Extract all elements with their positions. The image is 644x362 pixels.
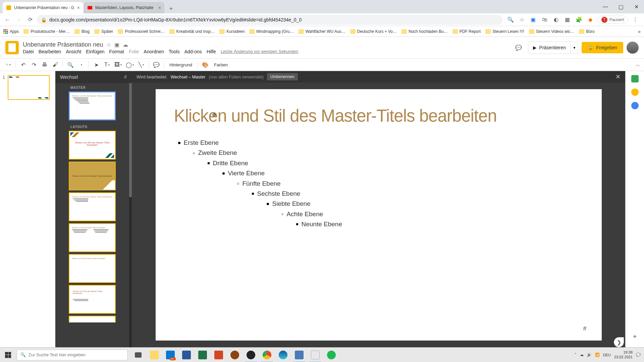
panel-scrollbar[interactable] bbox=[129, 83, 132, 347]
qr-icon[interactable]: ▣ bbox=[529, 16, 537, 24]
extension-puzzle-icon[interactable]: 🧩 bbox=[575, 16, 583, 24]
slide-filmstrip[interactable]: 1 bbox=[0, 71, 55, 347]
keep-icon[interactable] bbox=[631, 88, 639, 96]
notepad-icon[interactable] bbox=[307, 348, 323, 362]
cloud-saved-icon[interactable]: ☁ bbox=[123, 42, 128, 48]
forward-button[interactable]: → bbox=[14, 15, 23, 24]
bookmark-item[interactable]: Mindmapping (Gru… bbox=[249, 29, 293, 34]
url-field[interactable]: 🔒 docs.google.com/presentation/d/1o2Pm-L… bbox=[37, 15, 502, 25]
layout-thumbnail[interactable]: Klicken und Stil des Master-Titels bearb… bbox=[69, 131, 116, 160]
menu-ansicht[interactable]: Ansicht bbox=[66, 49, 81, 54]
minimize-button[interactable]: — bbox=[598, 0, 613, 13]
last-edit-text[interactable]: Letzte Änderung vor wenigen Sekunden bbox=[221, 49, 298, 54]
zoom-fit-button[interactable]: 🔍 bbox=[66, 60, 75, 69]
star-icon[interactable]: ☆ bbox=[106, 42, 111, 48]
app-brown-icon[interactable] bbox=[227, 348, 243, 362]
bookmark-item[interactable]: Steuern Videos wic… bbox=[529, 29, 575, 34]
bookmark-item[interactable]: Büro bbox=[579, 29, 594, 34]
layout-thumbnail[interactable]: Klicken und Stil des Master-Titels bearb… bbox=[69, 254, 116, 283]
master-slide-canvas[interactable]: Klicken und Stil des Master-Titels bearb… bbox=[156, 89, 602, 341]
layout-thumbnail[interactable]: Klicken und Stil des Master-Titels bearb… bbox=[69, 162, 116, 190]
document-title[interactable]: Unbenannte Präsentation neu bbox=[23, 41, 103, 48]
new-slide-button[interactable]: + bbox=[3, 60, 13, 69]
slides-logo-icon[interactable] bbox=[5, 41, 19, 54]
bookmark-item[interactable]: Später bbox=[94, 29, 113, 34]
zoom-icon[interactable]: 🔍 bbox=[506, 16, 515, 24]
comments-icon[interactable]: 💬 bbox=[513, 42, 525, 54]
wifi-icon[interactable]: 📶 bbox=[595, 353, 600, 357]
close-window-button[interactable]: ✕ bbox=[629, 0, 644, 13]
profile-paused-pill[interactable]: T Pausiert bbox=[598, 16, 628, 24]
onedrive-icon[interactable]: ☁ bbox=[580, 353, 584, 357]
master-thumbnail[interactable]: Klicken und Stil des Master-Titels bearb… bbox=[69, 92, 116, 120]
colors-button[interactable]: Farben bbox=[211, 62, 230, 67]
volume-icon[interactable]: 🔊 bbox=[587, 353, 592, 357]
textbox-tool[interactable]: T bbox=[102, 60, 112, 69]
rename-button[interactable]: Umbenennen bbox=[267, 73, 298, 80]
menu-einfuegen[interactable]: Einfügen bbox=[86, 49, 104, 54]
bookmarks-overflow-icon[interactable]: » bbox=[638, 29, 641, 34]
account-avatar[interactable] bbox=[627, 42, 639, 54]
back-button[interactable]: ← bbox=[3, 15, 12, 24]
menu-format[interactable]: Format bbox=[109, 49, 124, 54]
present-button[interactable]: ▶ Präsentieren bbox=[528, 42, 571, 54]
edge-icon[interactable] bbox=[275, 348, 291, 362]
reload-button[interactable]: ⟳ bbox=[25, 15, 35, 24]
add-addon-button[interactable]: + bbox=[633, 333, 637, 341]
bookmark-star-icon[interactable]: ☆ bbox=[518, 16, 526, 24]
task-view-icon[interactable] bbox=[130, 348, 146, 362]
tasks-icon[interactable] bbox=[631, 102, 639, 109]
shape-tool[interactable]: ◯ bbox=[124, 60, 135, 69]
start-button[interactable] bbox=[0, 348, 16, 362]
shopping-icon[interactable]: 🛍 bbox=[541, 16, 549, 24]
share-button[interactable]: 🔒 Freigeben bbox=[582, 42, 623, 53]
bookmark-item[interactable]: Wahlfächer WU Aus… bbox=[299, 29, 345, 34]
taskbar-clock[interactable]: 19:38 23.02.2021 bbox=[614, 350, 633, 359]
taskbar-search[interactable]: 🔍 Zur Suche Text hier eingeben bbox=[17, 350, 127, 360]
word-icon[interactable] bbox=[178, 348, 195, 362]
menu-datei[interactable]: Datei bbox=[23, 49, 34, 54]
bookmark-item[interactable]: Blog bbox=[74, 29, 90, 34]
excel-icon[interactable] bbox=[195, 348, 211, 362]
app-blue-icon[interactable] bbox=[291, 348, 307, 362]
zoom-dropdown[interactable] bbox=[76, 60, 86, 69]
apps-shortcut[interactable]: Apps bbox=[3, 29, 19, 34]
master-title-placeholder[interactable]: Klicken und Stil des Master-Titels bearb… bbox=[174, 106, 583, 126]
close-master-icon[interactable]: ✕ bbox=[615, 73, 621, 80]
page-number-placeholder[interactable]: # bbox=[583, 325, 586, 332]
tab-close-icon[interactable]: × bbox=[77, 5, 80, 10]
powerpoint-icon[interactable] bbox=[211, 348, 227, 362]
layout-thumbnail[interactable]: Klicken und Stil des Master-Titels bearb… bbox=[69, 192, 116, 221]
present-dropdown[interactable]: ▼ bbox=[571, 42, 578, 54]
body-placeholder[interactable]: Erste Ebene Zweite Ebene Dritte Ebene Vi… bbox=[174, 138, 583, 230]
layout-thumbnail[interactable]: Klicken und Stil des Master-Titels bearb… bbox=[69, 285, 116, 314]
line-tool[interactable]: ╲ bbox=[137, 60, 146, 69]
bookmark-item[interactable]: Deutsche Kurs + Vo… bbox=[350, 29, 397, 34]
undo-button[interactable]: ↶ bbox=[18, 60, 28, 69]
extension-grey-icon[interactable]: ◐ bbox=[552, 16, 560, 24]
menu-bearbeiten[interactable]: Bearbeiten bbox=[39, 49, 61, 54]
layout-thumbnail[interactable]: Klicken und Stil des Master-Titels bearb… bbox=[69, 223, 116, 252]
bookmark-item[interactable]: Produktsuche - Mer… bbox=[23, 29, 70, 34]
menu-addons[interactable]: Add-ons bbox=[184, 49, 202, 54]
browser-tab-active[interactable]: Unbenannte Präsentation neu - G × bbox=[3, 2, 83, 13]
bookmark-item[interactable]: Kreativität und Insp… bbox=[169, 29, 215, 34]
theme-header[interactable]: Wechsel ⇵ bbox=[55, 71, 132, 83]
obs-icon[interactable] bbox=[243, 348, 259, 362]
bookmark-item[interactable]: Noch hochladen Bu… bbox=[401, 29, 448, 34]
menu-tools[interactable]: Tools bbox=[169, 49, 180, 54]
browser-menu-icon[interactable]: ⋮ bbox=[631, 16, 639, 24]
comment-tool[interactable]: 💬 bbox=[152, 60, 161, 69]
menu-anordnen[interactable]: Anordnen bbox=[144, 49, 164, 54]
theme-sort-icon[interactable]: ⇵ bbox=[124, 75, 127, 79]
explore-button[interactable]: ❯ bbox=[614, 337, 624, 347]
language-indicator[interactable]: DEU bbox=[603, 353, 611, 357]
bookmark-item[interactable]: Kursideen bbox=[219, 29, 245, 34]
browser-tab-inactive[interactable]: Masterfolien, Layouts, Platzhalte × bbox=[84, 2, 164, 13]
print-button[interactable]: 🖶 bbox=[40, 60, 49, 69]
chrome-icon[interactable] bbox=[259, 348, 275, 362]
collapse-toolbar-icon[interactable]: ︿ bbox=[635, 61, 641, 68]
mail-icon[interactable]: 99+ bbox=[162, 348, 178, 362]
maximize-button[interactable]: ▢ bbox=[613, 0, 629, 13]
calendar-icon[interactable] bbox=[631, 75, 639, 82]
